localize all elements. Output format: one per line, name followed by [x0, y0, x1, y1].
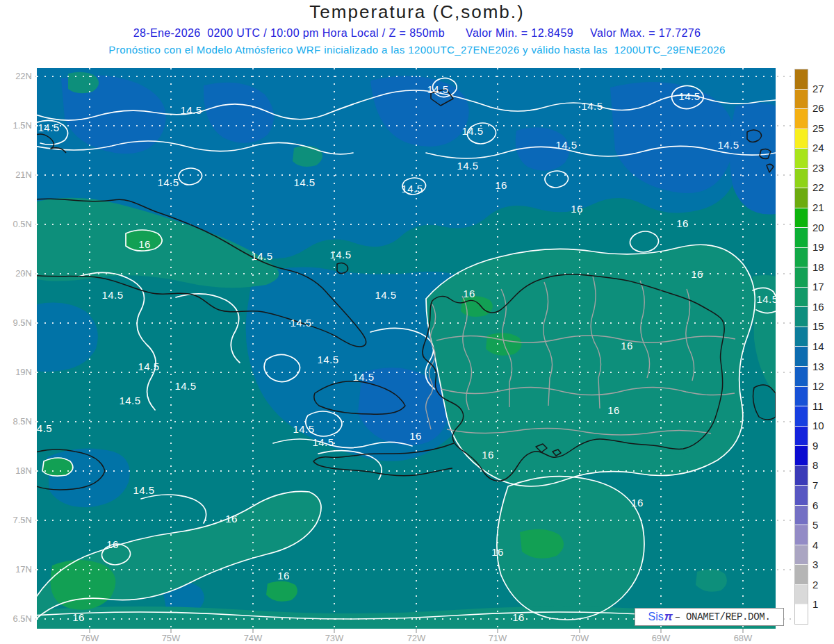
lat-tick-label: 0.5N — [0, 219, 32, 230]
colorbar-segment — [795, 307, 808, 327]
colorbar-tick-label: 1 — [812, 598, 833, 611]
lat-tick-label: 20N — [0, 268, 32, 279]
colorbar-tick-label: 15 — [812, 320, 833, 333]
colorbar-segment — [795, 109, 808, 129]
lon-tick-label: 73W — [319, 633, 350, 644]
lat-tick-label: 8.5N — [0, 416, 32, 427]
lon-tick-label: 68W — [728, 633, 758, 644]
colorbar-tick-label: 18 — [812, 261, 833, 274]
colorbar-tick-label: 7 — [812, 479, 833, 492]
colorbar-segment — [795, 90, 808, 110]
colorbar-tick-label: 3 — [812, 559, 833, 571]
lat-tick-label: 1.5N — [0, 120, 32, 131]
colorbar-segment — [795, 387, 808, 407]
colorbar-tick-label: 14 — [812, 340, 833, 353]
colorbar-segment — [795, 69, 808, 90]
colorbar-tick-label: 10 — [812, 420, 833, 432]
weather-map-page: Temperatura (C,somb.) 28-Ene-2026 0200 U… — [0, 0, 834, 644]
lat-tick-label: 18N — [0, 465, 32, 477]
lat-tick-label: 21N — [0, 170, 32, 181]
colorbar-tick-label: 17 — [812, 281, 833, 293]
colorbar-segment — [795, 486, 808, 506]
colorbar-segment — [795, 565, 808, 585]
lat-tick-label: 17N — [0, 564, 32, 575]
colorbar-segment — [795, 604, 808, 624]
colorbar-tick-label: 5 — [812, 519, 833, 531]
colorbar-tick-label: 8 — [812, 459, 833, 472]
colorbar-tick-label: 20 — [812, 222, 833, 234]
colorbar-tick-label: 22 — [812, 181, 833, 194]
colorbar-segment — [795, 169, 808, 189]
attribution-box: Sisπ– ONAMET/REP.DOM. — [635, 608, 784, 626]
colorbar-segment — [795, 347, 808, 367]
lon-tick-label: 75W — [156, 633, 186, 644]
sispi-logo-sis: Sis — [648, 611, 663, 623]
lon-tick-label: 69W — [646, 633, 676, 644]
colorbar-tick-label: 21 — [812, 201, 833, 214]
colorbar-segment — [795, 129, 808, 149]
colorbar-tick-label: 12 — [812, 380, 833, 393]
lat-tick-label: 7.5N — [0, 515, 32, 526]
lon-tick-label: 76W — [74, 633, 105, 644]
lat-tick-label: 9.5N — [0, 317, 32, 329]
colorbar-tick-label: 16 — [812, 301, 833, 313]
colorbar-segment — [795, 545, 808, 565]
lat-tick-label: 6.5N — [0, 613, 32, 625]
colorbar-tick-label: 23 — [812, 162, 833, 174]
lat-tick-label: 19N — [0, 367, 32, 378]
colorbar-segment — [795, 585, 808, 605]
forecast-map — [0, 0, 834, 644]
colorbar-segment — [795, 406, 808, 427]
colorbar-tick-label: 19 — [812, 241, 833, 254]
colorbar-tick-label: 25 — [812, 122, 833, 135]
colorbar-tick-label: 2 — [812, 579, 833, 591]
lon-tick-label: 72W — [401, 633, 432, 644]
temperature-colorbar — [794, 69, 808, 625]
colorbar-segment — [795, 208, 808, 229]
colorbar-segment — [795, 506, 808, 526]
lon-tick-label: 71W — [482, 633, 513, 644]
colorbar-segment — [795, 188, 808, 208]
lon-tick-label: 74W — [238, 633, 268, 644]
attribution-text: – ONAMET/REP.DOM. — [675, 611, 771, 622]
colorbar-segment — [795, 525, 808, 545]
colorbar-segment — [795, 288, 808, 308]
colorbar-tick-label: 6 — [812, 499, 833, 512]
colorbar-segment — [795, 228, 808, 248]
colorbar-segment — [795, 327, 808, 347]
colorbar-segment — [795, 427, 808, 447]
colorbar-tick-label: 9 — [812, 440, 833, 452]
colorbar-tick-label: 26 — [812, 102, 833, 115]
colorbar-tick-label: 11 — [812, 400, 833, 413]
colorbar-tick-label: 27 — [812, 83, 833, 95]
colorbar-tick-label: 24 — [812, 142, 833, 154]
colorbar-segment — [795, 267, 808, 288]
colorbar-segment — [795, 466, 808, 486]
colorbar-segment — [795, 149, 808, 169]
lat-tick-label: 22N — [0, 71, 32, 82]
colorbar-segment — [795, 446, 808, 466]
colorbar-segment — [795, 248, 808, 268]
colorbar-tick-label: 4 — [812, 539, 833, 552]
lon-tick-label: 70W — [564, 633, 595, 644]
colorbar-segment — [795, 367, 808, 387]
sispi-logo-pi: π — [664, 610, 673, 624]
colorbar-tick-label: 13 — [812, 361, 833, 373]
